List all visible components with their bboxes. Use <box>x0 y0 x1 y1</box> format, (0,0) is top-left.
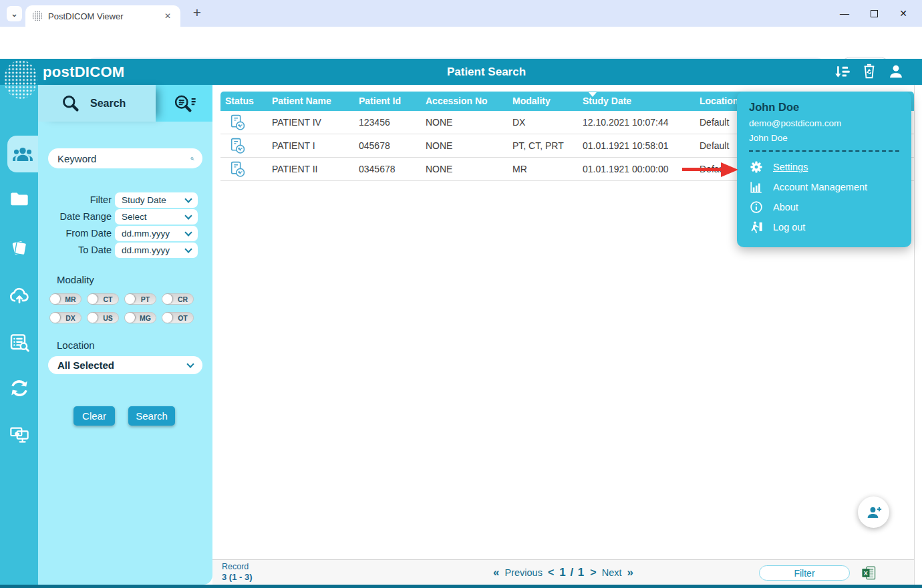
sidebar-item-patients[interactable] <box>7 136 38 172</box>
add-user-fab-button[interactable] <box>858 496 889 528</box>
from-date-label: From Date <box>45 226 112 241</box>
modality-toggle-dx[interactable]: DX <box>49 312 82 323</box>
about-label: About <box>773 202 798 212</box>
next-page-button[interactable]: Next <box>602 567 622 578</box>
from-date-select[interactable]: dd.mm.yyyy <box>115 226 198 241</box>
date-range-label: Date Range <box>45 209 112 225</box>
sidebar-item-remote-workstation[interactable] <box>0 416 38 453</box>
modality-ot-label: OT <box>172 314 193 322</box>
search-button[interactable]: Search <box>128 406 175 426</box>
logout-icon <box>749 220 764 235</box>
column-header-patient-name[interactable]: Patient Name <box>267 92 354 111</box>
clear-button[interactable]: Clear <box>73 406 115 426</box>
menu-item-about[interactable]: About <box>749 197 899 217</box>
chevron-down-icon <box>186 360 194 368</box>
user-dropdown-menu: John Doe demo@postdicom.com John Doe Set… <box>737 92 911 247</box>
pagination: « Previous < 1 / 1 > Next » <box>493 560 633 585</box>
sync-arrows-icon <box>9 378 30 399</box>
cloud-upload-icon <box>8 284 31 307</box>
add-user-icon <box>865 504 883 521</box>
to-date-label: To Date <box>45 243 112 258</box>
date-range-select[interactable]: Select <box>115 209 198 225</box>
annotation-arrow <box>682 162 740 177</box>
browser-tabstrip: ⌄ PostDICOM Viewer ✕ + — ✕ <box>0 0 922 27</box>
tab-close-icon[interactable]: ✕ <box>162 10 174 22</box>
search-panel: Search Filter Study Date Date Range Sele… <box>38 85 212 585</box>
browser-tab[interactable]: PostDICOM Viewer ✕ <box>25 5 180 27</box>
to-date-select[interactable]: dd.mm.yyyy <box>115 243 198 258</box>
cell-patient-id: 123456 <box>354 117 421 128</box>
first-page-button[interactable]: « <box>493 566 499 579</box>
modality-toggle-ot[interactable]: OT <box>162 312 194 323</box>
list-search-icon <box>9 331 30 353</box>
sidebar-item-documents[interactable] <box>0 229 38 267</box>
keyword-input-wrap <box>48 148 202 168</box>
chevron-down-icon: ⌄ <box>11 9 18 19</box>
cell-study-date: 01.01.1921 10:58:01 <box>578 140 695 151</box>
column-header-patient-id[interactable]: Patient Id <box>354 92 421 111</box>
study-status-icon[interactable] <box>228 137 247 155</box>
window-minimize-button[interactable]: — <box>831 0 858 27</box>
to-date-value: dd.mm.yyyy <box>122 245 186 255</box>
menu-item-settings[interactable]: Settings <box>749 157 899 177</box>
sort-order-button[interactable] <box>832 63 851 82</box>
tab-basic-search[interactable]: Search <box>38 85 156 122</box>
arrow-shaft <box>682 168 722 171</box>
menu-item-logout[interactable]: Log out <box>749 217 899 237</box>
tab-title: PostDICOM Viewer <box>48 11 156 21</box>
sidebar-item-query-retrieve[interactable] <box>0 323 38 361</box>
last-page-button[interactable]: » <box>627 566 633 579</box>
sidebar-item-cloud-upload[interactable] <box>0 277 38 314</box>
column-header-modality[interactable]: Modality <box>508 92 578 111</box>
column-header-status[interactable]: Status <box>220 92 267 111</box>
excel-icon: X <box>861 565 877 581</box>
sidebar-item-sync[interactable] <box>0 370 38 407</box>
recycle-bin-button[interactable] <box>861 63 879 82</box>
study-status-icon[interactable] <box>228 160 247 178</box>
info-icon <box>749 200 764 214</box>
svg-text:X: X <box>864 570 868 577</box>
modality-toggle-pt[interactable]: PT <box>124 293 156 305</box>
screen: ⌄ PostDICOM Viewer ✕ + — ✕ ← → germany.p… <box>0 0 922 588</box>
toggle-knob <box>88 313 98 323</box>
modality-pt-label: PT <box>135 295 156 303</box>
sidebar-item-folders[interactable] <box>0 180 38 218</box>
location-value: All Selected <box>57 359 188 371</box>
modality-toggle-mg[interactable]: MG <box>124 312 156 323</box>
keyword-input[interactable] <box>57 153 190 164</box>
window-close-button[interactable]: ✕ <box>890 0 917 27</box>
column-header-study-date[interactable]: Study Date <box>578 92 695 111</box>
window-maximize-button[interactable] <box>861 0 887 27</box>
modality-toggle-ct[interactable]: CT <box>87 293 119 305</box>
date-range-value: Select <box>122 212 186 222</box>
previous-page-button[interactable]: Previous <box>504 567 542 578</box>
patients-icon <box>11 143 34 166</box>
next-chevron-icon[interactable]: > <box>590 567 596 579</box>
modality-toggle-mr[interactable]: MR <box>49 293 82 305</box>
prev-chevron-icon[interactable]: < <box>548 567 554 579</box>
filter-button[interactable]: Filter <box>759 565 850 581</box>
new-tab-button[interactable]: + <box>188 4 206 21</box>
menu-item-account-management[interactable]: Account Management <box>749 177 899 197</box>
location-select[interactable]: All Selected <box>48 356 202 374</box>
filter-select[interactable]: Study Date <box>115 192 198 208</box>
window-bottom-strip <box>0 585 922 588</box>
study-status-icon[interactable] <box>228 114 247 132</box>
modality-label: Modality <box>57 274 94 285</box>
export-excel-button[interactable]: X <box>861 565 877 581</box>
modality-toggle-cr[interactable]: CR <box>162 293 194 305</box>
modality-mr-label: MR <box>60 295 81 303</box>
tab-advanced-search[interactable] <box>156 85 212 122</box>
modality-toggle-us[interactable]: US <box>87 312 119 323</box>
account-management-label: Account Management <box>773 182 867 192</box>
logout-label: Log out <box>773 222 805 233</box>
column-header-accession-no[interactable]: Accession No <box>421 92 508 111</box>
cell-modality: DX <box>508 117 578 128</box>
user-menu-button[interactable] <box>887 63 906 82</box>
cell-patient-name: PATIENT II <box>267 164 354 174</box>
cell-modality: PT, CT, PRT <box>508 140 578 151</box>
cell-study-date: 12.10.2021 10:07:44 <box>578 117 695 128</box>
chevron-down-icon <box>184 212 192 219</box>
tab-search-chevron-button[interactable]: ⌄ <box>7 6 22 21</box>
page-title: Patient Search <box>0 65 922 79</box>
